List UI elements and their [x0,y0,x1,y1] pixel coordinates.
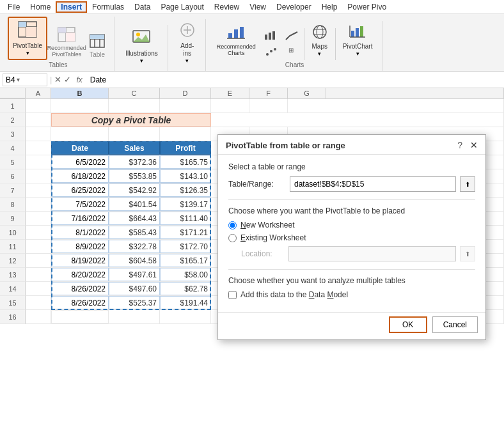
cell-e1[interactable] [211,99,249,113]
cell-reference-box[interactable]: B4 ▾ [3,74,47,86]
cell-a5[interactable] [26,155,51,169]
cancel-formula-icon[interactable]: ✕ [54,75,61,84]
cell-b13[interactable]: 8/20/2022 [51,268,109,281]
cell-c8[interactable]: $401.54 [109,198,160,211]
pivot-chart-button[interactable]: PivotChart ▾ [338,21,377,60]
cell-d7[interactable]: $126.35 [160,183,211,197]
radio-existing-worksheet[interactable] [228,234,237,242]
formula-input[interactable] [88,74,501,86]
cell-d14[interactable]: $62.78 [160,282,211,295]
table-button[interactable]: Table [86,32,109,60]
cell-b14[interactable]: 8/26/2022 [51,282,109,295]
menu-file[interactable]: File [3,1,25,13]
cell-b12[interactable]: 8/19/2022 [51,254,109,267]
cell-a16[interactable] [26,310,51,323]
row-num-6[interactable]: 6 [0,169,26,183]
menu-help[interactable]: Help [317,1,343,13]
cell-a11[interactable] [26,240,51,253]
row-num-5[interactable]: 5 [0,155,26,169]
checkbox-label[interactable]: Add this data to the Data Model [240,290,348,299]
col-header-f[interactable]: F [249,88,288,98]
menu-insert[interactable]: Insert [56,1,87,13]
cell-a13[interactable] [26,268,51,281]
cell-a2[interactable] [26,113,51,127]
row-num-12[interactable]: 12 [0,254,26,268]
menu-developer[interactable]: Developer [271,1,317,13]
cell-c11[interactable]: $322.78 [109,240,160,253]
cell-a8[interactable] [26,198,51,211]
cell-a12[interactable] [26,254,51,267]
location-input[interactable] [288,246,456,261]
header-date[interactable]: Date [51,141,109,155]
menu-home[interactable]: Home [25,1,56,13]
radio-new-label[interactable]: New Worksheet [240,221,294,229]
header-sales[interactable]: Sales [109,141,160,155]
col-header-c[interactable]: C [109,88,160,98]
cell-d12[interactable]: $165.17 [160,254,211,267]
cell-d10[interactable]: $171.21 [160,226,211,239]
row-num-10[interactable]: 10 [0,226,26,240]
row-num-1[interactable]: 1 [0,99,26,113]
menu-formulas[interactable]: Formulas [87,1,129,13]
cell-d11[interactable]: $172.70 [160,240,211,253]
cell-c9[interactable]: $664.43 [109,212,160,225]
cell-b15[interactable]: 8/26/2022 [51,296,109,309]
scatter-chart-button[interactable] [262,45,281,60]
cell-a14[interactable] [26,282,51,295]
cell-b8[interactable]: 7/5/2022 [51,198,109,211]
cell-d9[interactable]: $111.40 [160,212,211,225]
cell-d15[interactable]: $191.44 [160,296,211,309]
cell-a1[interactable] [26,99,51,113]
cell-d13[interactable]: $58.00 [160,268,211,281]
radio-new-worksheet[interactable] [228,221,237,229]
header-profit[interactable]: Profit [160,141,211,155]
dialog-close-button[interactable]: ✕ [470,140,478,150]
col-header-b[interactable]: B [51,88,109,98]
maps-button[interactable]: Maps ▾ [307,21,333,60]
cell-b1[interactable] [51,99,109,113]
illustrations-button[interactable]: Illustrations ▾ [121,25,162,67]
menu-page-layout[interactable]: Page Layout [155,1,209,13]
cell-c1[interactable] [109,99,160,113]
cell-b6[interactable]: 6/18/2022 [51,169,109,183]
cell-a4[interactable] [26,141,51,155]
menu-power-pivot[interactable]: Power Pivo [342,1,391,13]
menu-data[interactable]: Data [129,1,155,13]
recommended-pivot-button[interactable]: RecommendedPivotTables [49,25,84,60]
row-num-3[interactable]: 3 [0,127,26,141]
location-collapse-button[interactable]: ⬆ [460,246,475,261]
cell-a15[interactable] [26,296,51,309]
cell-a9[interactable] [26,212,51,225]
cell-b5[interactable]: 6/5/2022 [51,155,109,169]
cell-d3[interactable] [160,127,211,141]
cell-c15[interactable]: $525.37 [109,296,160,309]
ok-button[interactable]: OK [389,316,427,333]
row-num-7[interactable]: 7 [0,183,26,198]
cell-d8[interactable]: $139.17 [160,198,211,211]
cell-c7[interactable]: $542.92 [109,183,160,197]
col-header-e[interactable]: E [211,88,249,98]
col-header-d[interactable]: D [160,88,211,98]
cell-c10[interactable]: $585.43 [109,226,160,239]
row-num-14[interactable]: 14 [0,282,26,296]
cell-a7[interactable] [26,183,51,197]
cell-a10[interactable] [26,226,51,239]
row-num-4[interactable]: 4 [0,141,26,155]
pivot-table-button[interactable]: PivotTable ▾ [8,17,47,60]
more-charts-button[interactable]: ⊞ [282,45,300,60]
line-chart-button[interactable] [282,29,301,44]
row-num-9[interactable]: 9 [0,212,26,226]
cell-b9[interactable]: 7/16/2022 [51,212,109,225]
title-cell[interactable]: Copy a Pivot Table [51,113,211,127]
dialog-help-button[interactable]: ? [457,140,462,150]
data-model-checkbox[interactable] [228,291,237,299]
cell-b16[interactable] [51,310,109,323]
cancel-button[interactable]: Cancel [432,316,478,333]
row-num-16[interactable]: 16 [0,310,26,324]
col-header-a[interactable]: A [26,88,51,98]
cell-d1[interactable] [160,99,211,113]
recommended-charts-button[interactable]: RecommendedCharts [212,21,260,60]
cell-c16[interactable] [109,310,160,323]
cell-c14[interactable]: $497.60 [109,282,160,295]
cell-a6[interactable] [26,169,51,183]
